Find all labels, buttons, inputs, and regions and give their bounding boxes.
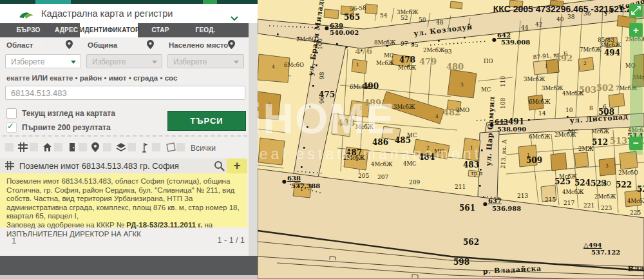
layer-checkbox-building[interactable] — [30, 143, 38, 151]
map-label: 2МЖ — [578, 146, 594, 152]
map-label: 209 — [409, 179, 420, 186]
map-label: 637 — [488, 197, 502, 204]
result-title: Поземлен имот 68134.513.483 гр. София — [19, 161, 179, 171]
door-icon — [67, 142, 77, 153]
parcel-grid-icon — [5, 161, 14, 173]
map-label: 483 — [463, 160, 479, 169]
layer-checkbox-all[interactable] — [176, 143, 185, 151]
pin-icon — [91, 142, 102, 153]
map-label: 4МсбЖ — [562, 90, 584, 97]
layer-checkbox-parcel[interactable] — [5, 143, 14, 151]
layer-checkbox-point[interactable] — [128, 143, 136, 151]
map-label: 1 — [359, 105, 363, 111]
map-label: 54 — [380, 12, 388, 19]
layer-checkbox-polygon[interactable] — [152, 143, 160, 151]
map-label: 488 — [337, 118, 355, 128]
current-view-checkbox[interactable] — [6, 108, 17, 119]
panel-footer-bar — [0, 256, 258, 275]
layers-icon — [116, 142, 126, 153]
panel-scrollbar[interactable] — [249, 23, 258, 256]
search-button[interactable]: ТЪРСИ — [167, 111, 246, 131]
map-label: 489 — [364, 98, 381, 108]
tab-old-identifier[interactable]: СТАР ИДЕНТ. — [140, 23, 180, 37]
current-view-label: Текущ изглед на картата — [22, 109, 115, 118]
map-label: ● — [492, 37, 497, 43]
map-label: 93 — [444, 48, 452, 55]
result-row[interactable]: Поземлен имот 68134.513.483 гр. София + — [0, 159, 247, 173]
page-number[interactable]: 1 — [12, 236, 16, 245]
map-label: 562 — [463, 238, 479, 247]
tab-identifier[interactable]: ИДЕНТИФИКАТОР — [80, 23, 138, 37]
map-label: 6МсбЖ — [529, 133, 551, 140]
map-label: 3 — [268, 102, 271, 108]
map-label: 491 — [508, 117, 524, 126]
map-label: 6МсбЖ — [529, 99, 551, 105]
map-label: 44 — [521, 24, 529, 31]
municipality-label: Община — [88, 41, 117, 49]
map-label: МО — [601, 180, 611, 187]
map-label: 643 — [495, 118, 508, 125]
map-label: 598 — [453, 258, 469, 267]
layer-checkbox-layers[interactable] — [103, 143, 111, 151]
map-label: 480 — [446, 62, 464, 72]
map-label: 3МсбЖ — [393, 104, 415, 110]
region-label: Област — [6, 41, 33, 49]
search-panel: Кадастрална карта и регистри БЪРЗО ТЪРСЕ… — [0, 0, 258, 279]
tab-quick-search[interactable]: БЪРЗО ТЪРСЕНЕ — [3, 23, 53, 37]
map-label: 8МсбЖ — [374, 39, 396, 46]
map-label: 484 — [419, 153, 435, 162]
map-label: 52 — [401, 15, 408, 21]
municipality-select[interactable]: Изберете — [86, 54, 162, 68]
map-label: тр.п — [471, 170, 483, 177]
map-label: 1 — [545, 63, 548, 69]
map-label: 223 — [601, 205, 612, 211]
map-label: 221 — [583, 202, 594, 209]
minus-icon: − — [633, 137, 639, 148]
tab-address[interactable]: АДРЕС — [55, 23, 78, 37]
layer-checkbox-entrance[interactable] — [54, 143, 62, 151]
map-label: 4МсбЖ — [371, 161, 393, 168]
map-label: 3 — [605, 163, 609, 169]
zoom-slider-track[interactable] — [630, 19, 643, 155]
divider — [3, 135, 254, 137]
map-label: 215 — [545, 197, 556, 203]
map-label: 1 — [527, 152, 530, 158]
map-label: МсбЖ — [559, 173, 578, 180]
map-label: 225 — [630, 209, 641, 216]
map-label: 638 — [287, 175, 301, 182]
map-label: 2 — [583, 61, 587, 66]
chevron-down-icon[interactable] — [231, 12, 238, 24]
map-label: 1 — [356, 62, 359, 68]
region-select[interactable]: Изберете — [5, 54, 81, 68]
tab-geodesic-basis[interactable]: ГЕОД. ОСНОВА — [183, 23, 228, 37]
map-label: 85/83 — [598, 37, 614, 43]
agency-logo-icon — [18, 10, 35, 22]
settlement-pin-icon[interactable] — [228, 40, 235, 52]
map-label: 2МсбЖ — [343, 155, 365, 161]
layer-checkbox-address[interactable] — [79, 143, 87, 151]
map-label: 48 — [436, 19, 444, 26]
map-label: МС — [568, 128, 578, 135]
map-label: 97 — [401, 41, 408, 47]
map-label: 561 — [459, 204, 475, 213]
map-label: 38 — [567, 14, 575, 20]
add-to-map-button[interactable]: + — [227, 159, 247, 173]
map-label: 50 — [419, 17, 426, 23]
identifier-input[interactable]: 68134.513.483 — [5, 86, 245, 100]
map-label: 2МсбО — [296, 36, 316, 43]
map-label: 4МсбЖ — [627, 198, 644, 204]
map-label: 2МсбЖ — [594, 193, 616, 200]
region-pin-icon[interactable] — [66, 40, 73, 52]
settlement-select[interactable]: Изберете — [167, 54, 244, 68]
map-label: 95 — [411, 42, 419, 48]
search-icon[interactable] — [214, 160, 225, 174]
map-label: 521 — [637, 185, 644, 194]
map-label: 1 — [300, 186, 303, 192]
map-label: 540.002 — [330, 29, 359, 36]
map-label: 512 — [592, 138, 608, 147]
cadastral-map[interactable]: ул. Козлодуйул. Козлодуйул. Листопадул. … — [258, 0, 644, 279]
map-label: 110 — [500, 76, 506, 87]
map-label: ПО — [484, 58, 493, 64]
municipality-pin-icon[interactable] — [147, 40, 154, 52]
map-label: 2 — [426, 145, 430, 151]
